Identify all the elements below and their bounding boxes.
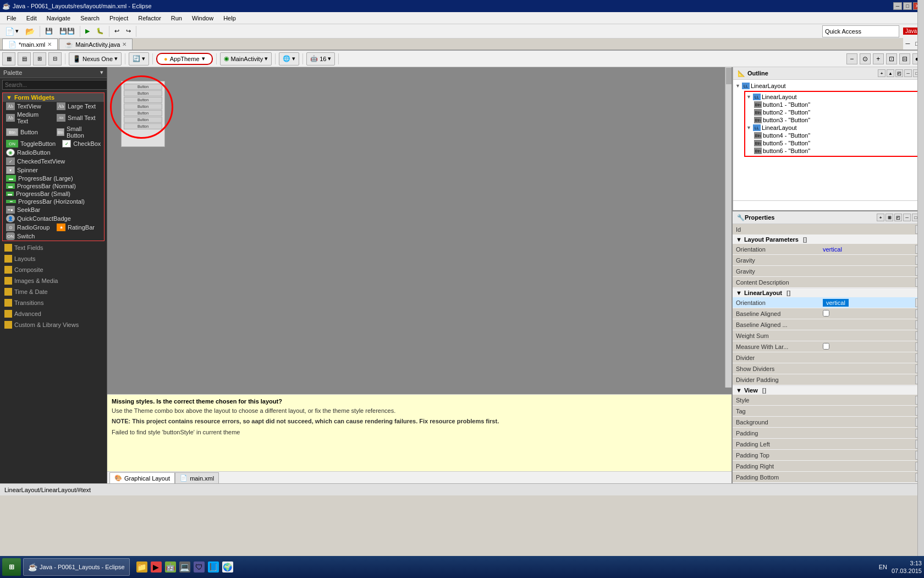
palette-item-checkbox[interactable]: ✓ CheckBox	[59, 139, 104, 148]
palette-item-quickcontactbadge[interactable]: 👤 QuickContactBadge	[3, 214, 104, 223]
palette-category-transitions[interactable]: Transitions	[0, 297, 107, 308]
toolbar-debug[interactable]: 🐛	[94, 25, 107, 37]
toolbar-run[interactable]: ▶	[82, 25, 92, 37]
palette-item-textview[interactable]: Ab TextView	[3, 102, 53, 111]
zoom-in-btn[interactable]: +	[873, 53, 884, 64]
tab-main-activity-close[interactable]: ✕	[122, 41, 127, 47]
palette-item-smalltext[interactable]: Ab Small Text	[53, 111, 104, 125]
outline-btn-4[interactable]: ─	[904, 69, 912, 77]
layout-mode-btn-1[interactable]: ▦	[2, 52, 15, 66]
layout-mode-btn-3[interactable]: ⊞	[33, 52, 46, 66]
menu-window[interactable]: Window	[188, 14, 218, 23]
zoom-fit-btn[interactable]: ⊡	[886, 53, 897, 64]
baseline-checkbox[interactable]	[823, 310, 829, 317]
properties-btn-3[interactable]: ◰	[894, 214, 902, 221]
tab-graphical-layout[interactable]: 🎨 Graphical Layout	[109, 472, 175, 483]
palette-item-button[interactable]: Btn Button	[3, 125, 53, 139]
layout-mode-btn-4[interactable]: ⊟	[48, 52, 62, 66]
toolbar-new[interactable]: 📄▾	[2, 25, 21, 37]
menu-project[interactable]: Project	[105, 14, 133, 23]
properties-btn-1[interactable]: +	[877, 214, 884, 221]
tree-item-linearlayout-2[interactable]: ▼ LL LinearLayout	[746, 124, 920, 132]
menu-file[interactable]: File	[2, 14, 21, 23]
prop-section-view-header[interactable]: ▼ View []	[733, 386, 924, 395]
palette-item-smallbutton[interactable]: Btn Small Button	[53, 125, 104, 139]
minimize-button[interactable]: ─	[893, 2, 902, 10]
toolbar-redo[interactable]: ↪	[123, 25, 134, 37]
palette-category-images[interactable]: Images & Media	[0, 275, 107, 286]
menu-run[interactable]: Run	[167, 14, 186, 23]
tab-main-xml-close[interactable]: ✕	[47, 41, 52, 47]
maximize-button[interactable]: □	[903, 2, 912, 10]
apptheme-dropdown[interactable]: ● AppTheme ▾	[156, 53, 212, 65]
taskbar-icon-tools[interactable]: 💻	[179, 561, 190, 572]
palette-item-mediumtext[interactable]: Ab Medium Text	[3, 111, 53, 125]
tree-item-linearlayout-1[interactable]: ▼ LL LinearLayout	[746, 93, 920, 101]
tree-item-button3[interactable]: Btn button3 - "Button"	[746, 116, 920, 124]
measure-checkbox[interactable]	[823, 343, 829, 350]
palette-item-progressbar-small[interactable]: ▬ ProgressBar (Small)	[3, 190, 104, 198]
properties-btn-4[interactable]: ─	[903, 214, 911, 221]
start-button[interactable]: ⊞	[2, 558, 21, 576]
menu-help[interactable]: Help	[219, 14, 240, 23]
toolbar-open[interactable]: 📂	[23, 25, 37, 37]
tab-main-xml[interactable]: 📄 *main.xml ✕	[2, 39, 58, 50]
minimize-editor[interactable]: ─	[903, 37, 913, 50]
toolbar-save[interactable]: 💾	[42, 25, 56, 37]
palette-item-togglebutton[interactable]: ON ToggleButton	[3, 139, 59, 148]
taskbar-icon-android[interactable]: 🤖	[165, 561, 176, 572]
palette-item-progressbar-large[interactable]: ▬ ProgressBar (Large)	[3, 175, 104, 182]
palette-item-radiogroup[interactable]: ⊙ RadioGroup	[3, 223, 53, 232]
palette-category-advanced[interactable]: Advanced	[0, 308, 107, 319]
layout-mode-btn-2[interactable]: ▤	[18, 52, 31, 66]
menu-refactor[interactable]: Refactor	[134, 14, 166, 23]
outline-btn-2[interactable]: ▲	[887, 69, 894, 77]
activity-dropdown[interactable]: ◉ MainActivity▾	[220, 52, 272, 66]
palette-item-seekbar[interactable]: ━● SeekBar	[3, 205, 104, 214]
palette-item-ratingbar[interactable]: ★ RatingBar	[53, 223, 104, 232]
rotate-btn[interactable]: 🔄▾	[129, 52, 149, 66]
toolbar-undo[interactable]: ↩	[112, 25, 122, 37]
outline-btn-3[interactable]: ◰	[895, 69, 903, 77]
taskbar-icon-chrome[interactable]: 🌍	[222, 561, 233, 572]
toolbar-save-all[interactable]: 💾💾	[57, 25, 78, 37]
tree-item-button5[interactable]: Btn button5 - "Button"	[746, 139, 920, 147]
vertical-scrollbar[interactable]	[725, 67, 732, 388]
palette-item-switch[interactable]: ON Switch	[3, 232, 104, 241]
palette-category-layouts[interactable]: Layouts	[0, 253, 107, 264]
palette-item-checkedtextview[interactable]: ✓ CheckedTextView	[3, 157, 104, 166]
properties-btn-2[interactable]: ⊞	[886, 214, 893, 221]
menu-edit[interactable]: Edit	[22, 14, 41, 23]
design-canvas[interactable]: Button Button Button Button Button Butto…	[107, 67, 732, 394]
prop-section-layout-params-header[interactable]: ▼ Layout Parameters []	[733, 235, 924, 244]
zoom-out-btn[interactable]: −	[846, 53, 857, 64]
palette-dropdown-arrow[interactable]: ▾	[100, 69, 103, 76]
tree-item-button6[interactable]: Btn button6 - "Button"	[746, 147, 920, 155]
taskbar-icon-folder[interactable]: 📁	[136, 561, 147, 572]
quick-access-field[interactable]: Quick Access	[822, 25, 899, 37]
tree-item-button4[interactable]: Btn button4 - "Button"	[746, 132, 920, 139]
tree-item-button1[interactable]: Btn button1 - "Button"	[746, 101, 920, 108]
palette-item-spinner[interactable]: ▾ Spinner	[3, 166, 104, 175]
palette-item-largetext[interactable]: Ab Large Text	[53, 102, 104, 111]
tree-item-button2[interactable]: Btn button2 - "Button"	[746, 108, 920, 116]
tab-main-xml-bottom[interactable]: 📄 main.xml	[175, 472, 219, 483]
prop-section-linearlayout-header[interactable]: ▼ LinearLayout []	[733, 288, 924, 297]
palette-search[interactable]	[2, 80, 107, 90]
palette-category-composite[interactable]: Composite	[0, 264, 107, 275]
tab-main-activity[interactable]: ☕ MainActivity.java ✕	[59, 39, 133, 50]
taskbar-app-eclipse[interactable]: ☕ Java - P0061_Layouts - Eclipse	[23, 558, 130, 576]
taskbar-icon-torrent[interactable]: 🛡	[194, 561, 205, 572]
palette-item-progressbar-normal[interactable]: ▬ ProgressBar (Normal)	[3, 182, 104, 190]
api-level-dropdown[interactable]: 🤖 16▾	[306, 52, 335, 66]
locale-dropdown[interactable]: 🌐▾	[279, 52, 299, 66]
menu-navigate[interactable]: Navigate	[42, 14, 75, 23]
palette-category-custom[interactable]: Custom & Library Views	[0, 319, 107, 330]
zoom-fit-h-btn[interactable]: ⊟	[899, 53, 910, 64]
menu-search[interactable]: Search	[76, 14, 104, 23]
taskbar-icon-skype[interactable]: 📘	[208, 561, 219, 572]
zoom-actual-btn[interactable]: ⊙	[860, 53, 871, 64]
scrollbar-thumb[interactable]	[726, 68, 732, 84]
tree-item-root-linearlayout[interactable]: ▼ LL LinearLayout	[735, 82, 923, 90]
device-dropdown[interactable]: 📱 Nexus One ▾	[69, 52, 122, 66]
